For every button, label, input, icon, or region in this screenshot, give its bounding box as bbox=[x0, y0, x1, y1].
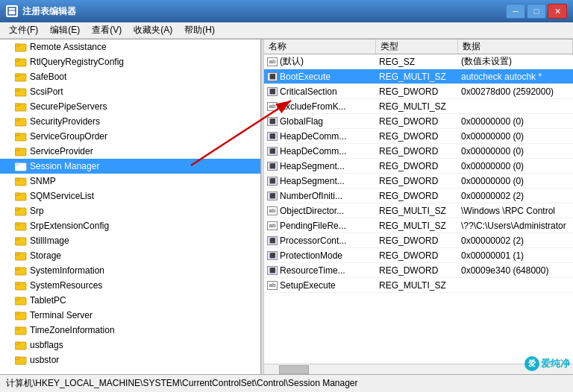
ab-icon: ab bbox=[267, 281, 278, 290]
tree-item[interactable]: StillImage bbox=[0, 233, 260, 248]
tree-item[interactable]: usbflags bbox=[0, 338, 260, 353]
table-row[interactable]: abExcludeFromK...REG_MULTI_SZ bbox=[264, 99, 573, 114]
cell-name: ab(默认) bbox=[264, 55, 376, 68]
menu-item-e[interactable]: 编辑(E) bbox=[44, 22, 86, 38]
folder-icon bbox=[15, 131, 27, 142]
svg-rect-25 bbox=[15, 208, 19, 210]
tree-item[interactable]: Srp bbox=[0, 203, 260, 218]
restore-button[interactable]: □ bbox=[527, 4, 546, 19]
dword-icon: ⬛ bbox=[267, 236, 278, 245]
header-data[interactable]: 数据 bbox=[458, 39, 573, 54]
table-row[interactable]: ab(默认)REG_SZ(数值未设置) bbox=[264, 54, 573, 69]
tree-item-label: ServiceGroupOrder bbox=[30, 131, 107, 142]
dword-icon: ⬛ bbox=[267, 117, 278, 126]
tree-item[interactable]: TimeZoneInformation bbox=[0, 323, 260, 338]
tree-item[interactable]: SQMServiceList bbox=[0, 189, 260, 203]
tree-item[interactable]: SafeBoot bbox=[0, 69, 260, 84]
tree-item[interactable]: Storage bbox=[0, 248, 260, 263]
h-scroll-thumb[interactable] bbox=[279, 365, 309, 374]
svg-rect-27 bbox=[15, 223, 19, 225]
table-row[interactable]: abObjectDirector...REG_MULTI_SZ\Windows … bbox=[264, 203, 573, 218]
svg-rect-3 bbox=[15, 44, 19, 46]
table-row[interactable]: ⬛ProcessorCont...REG_DWORD0x00000002 (2) bbox=[264, 233, 573, 248]
cell-type: REG_MULTI_SZ bbox=[376, 101, 458, 112]
tree-item[interactable]: SrpExtensionConfig bbox=[0, 218, 260, 233]
tree-item[interactable]: SecurityProviders bbox=[0, 114, 260, 129]
svg-rect-0 bbox=[8, 7, 16, 15]
svg-rect-33 bbox=[15, 268, 19, 270]
cell-data: 0x00000001 (1) bbox=[458, 250, 573, 261]
table-row[interactable]: ⬛GlobalFlagREG_DWORD0x00000000 (0) bbox=[264, 114, 573, 129]
table-row[interactable]: ⬛HeapSegment...REG_DWORD0x00000000 (0) bbox=[264, 174, 573, 189]
ab-icon: ab bbox=[267, 221, 278, 230]
tree-item[interactable]: usbstor bbox=[0, 353, 260, 367]
table-row[interactable]: abPendingFileRe...REG_MULTI_SZ\??\C:\Use… bbox=[264, 218, 573, 233]
header-type[interactable]: 类型 bbox=[376, 39, 458, 54]
folder-icon bbox=[15, 340, 27, 350]
title-bar: 注册表编辑器 ─ □ ✕ bbox=[0, 0, 573, 22]
tree-item[interactable]: ServiceGroupOrder bbox=[0, 129, 260, 144]
tree-item[interactable]: ServiceProvider bbox=[0, 144, 260, 159]
tree-item[interactable]: TabletPC bbox=[0, 293, 260, 308]
tree-item[interactable]: ScsiPort bbox=[0, 84, 260, 99]
table-row[interactable]: abSetupExecuteREG_MULTI_SZ bbox=[264, 278, 573, 293]
folder-icon bbox=[15, 176, 27, 186]
menu-item-v[interactable]: 查看(V) bbox=[86, 22, 128, 38]
tree-item-label: StillImage bbox=[30, 235, 69, 246]
menu-item-h[interactable]: 帮助(H) bbox=[178, 22, 221, 38]
table-body[interactable]: ab(默认)REG_SZ(数值未设置)⬛BootExecuteREG_MULTI… bbox=[264, 54, 573, 364]
menu-item-a[interactable]: 收藏夹(A) bbox=[128, 22, 178, 38]
dword-icon: ⬛ bbox=[267, 147, 278, 156]
table-row[interactable]: ⬛HeapSegment...REG_DWORD0x00000000 (0) bbox=[264, 159, 573, 174]
table-row[interactable]: ⬛HeapDeComm...REG_DWORD0x00000000 (0) bbox=[264, 144, 573, 159]
header-name[interactable]: 名称 bbox=[264, 39, 376, 54]
svg-rect-5 bbox=[15, 59, 19, 61]
menu-item-f[interactable]: 文件(F) bbox=[3, 22, 44, 38]
tree-item[interactable]: SystemInformation bbox=[0, 263, 260, 278]
cell-name-text: ProcessorCont... bbox=[280, 235, 346, 246]
table-row[interactable]: ⬛BootExecuteREG_MULTI_SZautocheck autoch… bbox=[264, 69, 573, 84]
tree-item[interactable]: SNMP bbox=[0, 174, 260, 189]
cell-name-text: ResourceTime... bbox=[280, 265, 345, 276]
folder-icon bbox=[15, 355, 27, 365]
tree-scroll[interactable]: Remote Assistance RtlQueryRegistryConfig… bbox=[0, 39, 260, 374]
cell-name: abPendingFileRe... bbox=[264, 221, 376, 231]
left-panel: Remote Assistance RtlQueryRegistryConfig… bbox=[0, 39, 261, 374]
status-path: 计算机\HKEY_LOCAL_MACHINE\SYSTEM\CurrentCon… bbox=[6, 377, 358, 390]
dword-icon: ⬛ bbox=[267, 87, 278, 96]
cell-data: 0x00000002 (2) bbox=[458, 191, 573, 201]
tree-item[interactable]: RtlQueryRegistryConfig bbox=[0, 54, 260, 69]
folder-icon bbox=[15, 325, 27, 335]
tree-item-label: RtlQueryRegistryConfig bbox=[30, 57, 124, 67]
folder-icon bbox=[15, 206, 27, 216]
cell-data: 0x00000000 (0) bbox=[458, 176, 573, 186]
cell-name-text: HeapDeComm... bbox=[280, 131, 346, 142]
tree-item-label: usbflags bbox=[30, 340, 63, 350]
table-row[interactable]: ⬛CriticalSectionREG_DWORD0x00278d00 (259… bbox=[264, 84, 573, 99]
table-row[interactable]: ⬛HeapDeComm...REG_DWORD0x00000000 (0) bbox=[264, 129, 573, 144]
cell-type: REG_DWORD bbox=[376, 250, 458, 261]
close-button[interactable]: ✕ bbox=[548, 4, 567, 19]
dword-icon: ⬛ bbox=[267, 132, 278, 141]
svg-rect-23 bbox=[15, 193, 19, 195]
registry-table: 名称 类型 数据 ab(默认)REG_SZ(数值未设置)⬛BootExecute… bbox=[264, 39, 573, 364]
cell-name-text: HeapSegment... bbox=[280, 161, 345, 171]
folder-icon bbox=[15, 235, 27, 246]
tree-item-label: Remote Assistance bbox=[30, 42, 107, 52]
dword-icon: ⬛ bbox=[267, 266, 278, 275]
tree-item[interactable]: SecurePipeServers bbox=[0, 99, 260, 114]
cell-name-text: ExcludeFromK... bbox=[280, 101, 346, 112]
svg-rect-9 bbox=[15, 89, 19, 91]
tree-item[interactable]: Terminal Server bbox=[0, 308, 260, 323]
folder-icon bbox=[15, 295, 27, 306]
tree-item[interactable]: Remote Assistance bbox=[0, 39, 260, 54]
table-row[interactable]: ⬛ResourceTime...REG_DWORD0x0009e340 (648… bbox=[264, 263, 573, 278]
svg-rect-39 bbox=[15, 312, 19, 314]
cell-type: REG_MULTI_SZ bbox=[376, 206, 458, 216]
minimize-button[interactable]: ─ bbox=[506, 4, 525, 19]
tree-item[interactable]: Session Manager bbox=[0, 159, 260, 174]
tree-item-label: SystemInformation bbox=[30, 265, 104, 276]
table-row[interactable]: ⬛NumberOfIniti...REG_DWORD0x00000002 (2) bbox=[264, 189, 573, 203]
table-row[interactable]: ⬛ProtectionModeREG_DWORD0x00000001 (1) bbox=[264, 248, 573, 263]
tree-item[interactable]: SystemResources bbox=[0, 278, 260, 293]
